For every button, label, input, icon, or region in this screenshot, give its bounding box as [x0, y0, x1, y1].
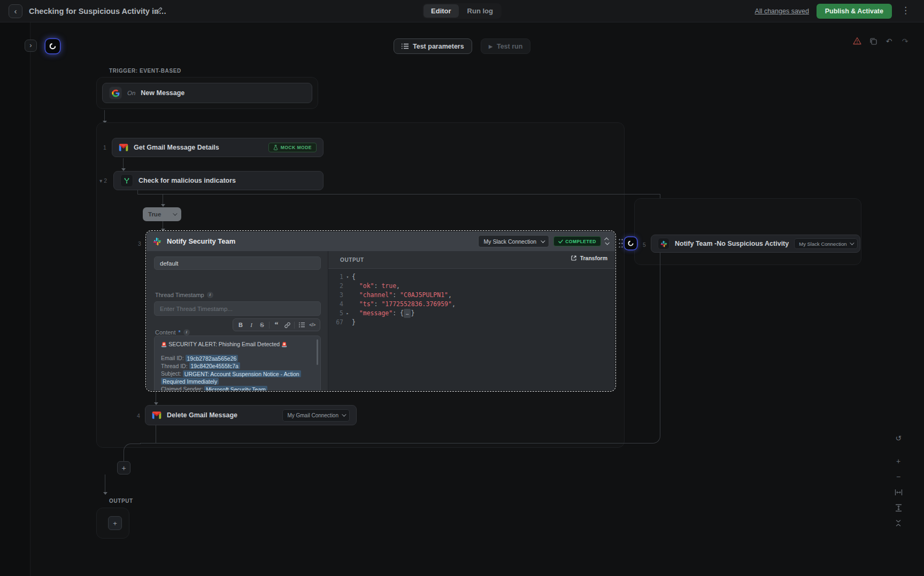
field-value-highlight: 19c8420e4555fc7a	[189, 362, 240, 369]
scrollbar-thumb[interactable]	[317, 339, 318, 365]
agent-logo-icon[interactable]	[625, 237, 637, 250]
sidebar-expand-button[interactable]: ›	[25, 40, 37, 52]
node-notify-security-team-expanded: Notify Security Team My Slack Connection…	[147, 231, 615, 391]
strikethrough-button[interactable]: S	[257, 320, 267, 330]
test-parameters-label: Test parameters	[413, 43, 464, 50]
view-tabs: Editor Run log	[422, 3, 502, 19]
output-panel: OUTPUT Transform 1▾{2 "ok": true,3 "chan…	[328, 251, 615, 391]
bullet-list-button[interactable]	[297, 320, 306, 330]
drag-handle-icon[interactable]	[618, 238, 624, 247]
output-section-label: OUTPUT	[109, 498, 133, 504]
collapse-icon[interactable]	[893, 518, 904, 528]
bold-button[interactable]: B	[236, 320, 245, 330]
fold-toggle-icon	[343, 291, 352, 300]
canvas-view-toolbar: ↺ + −	[890, 433, 907, 528]
code-button[interactable]: </>	[307, 320, 317, 330]
slack-config-panel: Thread Timestamp i Content * i B I S “	[147, 251, 328, 391]
chevron-down-icon	[541, 238, 545, 243]
google-icon	[109, 87, 122, 99]
node-check-malicious-indicators[interactable]: Check for malicious indicators	[113, 171, 324, 190]
slack-connection-dropdown[interactable]: My Slack Connection	[478, 235, 549, 247]
node-notify-team-no-suspicious[interactable]: Notify Team -No Suspicious Activity My S…	[651, 235, 860, 253]
branch-true-dropdown[interactable]: True	[143, 207, 181, 221]
gmail-icon	[119, 144, 128, 151]
edge	[105, 480, 105, 493]
node-number: 4	[137, 412, 140, 419]
check-icon	[558, 239, 563, 244]
field-label: Subject:	[161, 370, 183, 377]
edge-arrow	[103, 492, 107, 495]
code-line: 4 "ts": "1772552836.376959",	[328, 300, 615, 309]
play-icon: ▶	[489, 44, 492, 49]
fold-toggle-icon	[343, 300, 352, 309]
add-output-button[interactable]: +	[108, 516, 122, 530]
zoom-out-icon[interactable]: −	[893, 471, 904, 482]
transform-button[interactable]: Transform	[571, 255, 607, 261]
app-logo-icon[interactable]	[45, 39, 60, 53]
node-collapse-caret[interactable]: ▾ 2	[99, 177, 107, 184]
required-asterisk: *	[179, 329, 181, 336]
node-header[interactable]: Notify Security Team My Slack Connection…	[147, 231, 615, 251]
status-badge-completed: COMPLETED	[553, 236, 601, 246]
slack-icon	[153, 237, 161, 246]
zoom-in-icon[interactable]: +	[893, 456, 904, 466]
fit-vertical-icon[interactable]	[893, 502, 904, 513]
rich-text-toolbar: B I S “ </>	[233, 318, 320, 331]
channel-input[interactable]	[154, 256, 321, 270]
alert-emoji: 🚨	[281, 342, 287, 347]
chevron-down-icon	[850, 240, 854, 245]
duplicate-icon[interactable]	[868, 36, 877, 45]
link-button[interactable]	[282, 320, 292, 330]
more-menu-icon[interactable]: ⋮	[901, 5, 910, 16]
slack-connection-dropdown[interactable]: My Slack Connection	[794, 238, 858, 249]
branch-condition-icon	[120, 174, 133, 187]
italic-button[interactable]: I	[247, 320, 256, 330]
code-line: 5▸ "message": {…}	[328, 309, 615, 318]
node-title: Notify Security Team	[167, 237, 235, 245]
content-field-line: Thread ID: 19c8420e4555fc7a	[161, 362, 314, 370]
line-number: 3	[328, 291, 343, 300]
edge-true	[163, 194, 163, 205]
history-icon[interactable]: ↺	[893, 433, 904, 443]
add-step-button[interactable]: +	[117, 461, 130, 474]
edge-arrow	[161, 204, 165, 207]
test-parameters-button[interactable]: Test parameters	[394, 38, 472, 54]
info-icon[interactable]: i	[207, 292, 213, 298]
fold-toggle-icon[interactable]: ▾	[343, 273, 352, 282]
warning-icon[interactable]	[852, 36, 861, 45]
node-number: 5	[643, 242, 646, 248]
publish-activate-button[interactable]: Publish & Activate	[817, 4, 892, 19]
field-label: Thread ID:	[161, 363, 189, 369]
node-get-gmail-message-details[interactable]: Get Gmail Message Details MOCK MODE	[112, 138, 324, 157]
fold-toggle-icon[interactable]: ▸	[343, 309, 352, 318]
content-label: Content * i	[155, 329, 190, 336]
fit-horizontal-icon[interactable]	[893, 487, 904, 497]
edit-title-icon[interactable]	[155, 7, 163, 14]
expand-collapse-icon[interactable]	[605, 238, 609, 245]
trigger-node-new-message[interactable]: On New Message	[102, 83, 312, 103]
tab-editor[interactable]: Editor	[424, 4, 459, 18]
code-block[interactable]: 1▾{2 "ok": true,3 "channel": "C0AJ5PULPN…	[328, 268, 615, 391]
tab-run-log[interactable]: Run log	[460, 4, 500, 18]
edge	[163, 221, 163, 229]
transform-icon	[571, 255, 577, 261]
field-value-highlight: 19cb2782aa565e26	[186, 355, 238, 362]
save-status[interactable]: All changes saved	[755, 0, 809, 22]
edge-merge-left	[124, 443, 141, 461]
back-button[interactable]: ‹	[9, 4, 22, 18]
message-content-editor[interactable]: 🚨 SECURITY ALERT: Phishing Email Detecte…	[154, 336, 321, 391]
trigger-section-label: TRIGGER: EVENT-BASED	[109, 68, 181, 74]
info-icon[interactable]: i	[183, 329, 190, 336]
content-field-line: Claimed Sender: Microsoft Security Team …	[161, 385, 314, 391]
false-branch-container	[634, 198, 861, 265]
undo-icon[interactable]: ↶	[884, 36, 894, 45]
node-title: Check for malicious indicators	[138, 177, 236, 184]
thread-timestamp-input[interactable]	[154, 301, 321, 316]
node-number: 3	[138, 240, 141, 247]
test-run-button[interactable]: ▶ Test run	[481, 38, 530, 54]
redo-icon[interactable]: ↷	[900, 36, 910, 45]
top-bar: ‹ Checking for Suspicious Activity in… E…	[0, 0, 924, 22]
quote-button[interactable]: “	[272, 320, 281, 330]
field-label: Email ID:	[161, 355, 186, 361]
code-line: 2 "ok": true,	[328, 282, 615, 291]
